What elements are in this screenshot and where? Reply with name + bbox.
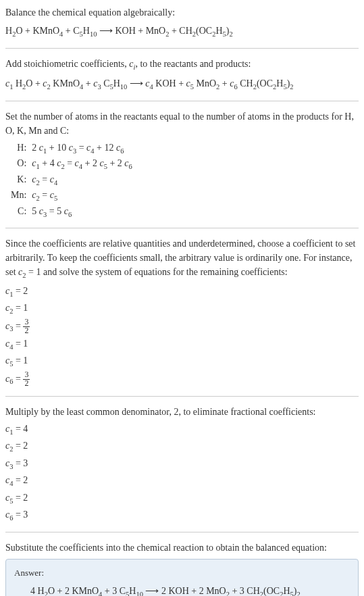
coef-line: c6 = 3 [5, 507, 359, 524]
divider [5, 48, 359, 49]
answer-label: Answer: [14, 566, 350, 580]
divider [5, 101, 359, 101]
coef-line: c1 = 4 [5, 422, 359, 438]
step5-coef-list: c1 = 4 c2 = 2 c3 = 3 c4 = 2 c5 = 2 c6 = … [5, 422, 359, 524]
step1-equation: H2O + KMnO4 + C5H10 ⟶ KOH + MnO2 + CH2(O… [5, 24, 359, 40]
coef-line: c6 = 32 [5, 371, 359, 388]
step2-text: Add stoichiometric coefficients, ci, to … [5, 57, 359, 73]
step5-section: Multiply by the least common denominator… [5, 405, 359, 524]
step4-text: Since the coefficients are relative quan… [5, 237, 359, 281]
row-value: c1 + 4 c2 = c4 + 2 c5 + 2 c6 [32, 156, 132, 172]
step6-text: Substitute the coefficients into the che… [5, 541, 359, 555]
row-label: Mn: [11, 188, 32, 204]
step5-text: Multiply by the least common denominator… [5, 405, 359, 419]
divider [5, 228, 359, 228]
row-value: 2 c1 + 10 c3 = c4 + 12 c6 [32, 141, 132, 157]
answer-box: Answer: 4 H2O + 2 KMnO4 + 3 C5H10 ⟶ 2 KO… [5, 559, 359, 596]
coef-line: c4 = 1 [5, 337, 359, 353]
row-value: c2 = c5 [32, 188, 132, 204]
divider [5, 396, 359, 397]
row-label: K: [11, 172, 32, 189]
coef-line: c3 = 3 [5, 456, 359, 472]
row-value: 5 c3 = 5 c6 [32, 204, 132, 220]
step6-section: Substitute the coefficients into the che… [5, 541, 359, 596]
coef-line: c2 = 1 [5, 301, 359, 317]
step3-section: Set the number of atoms in the reactants… [5, 109, 359, 220]
table-row: H: 2 c1 + 10 c3 = c4 + 12 c6 [11, 141, 132, 157]
step1-text: Balance the chemical equation algebraica… [5, 5, 359, 20]
step4-section: Since the coefficients are relative quan… [5, 237, 359, 387]
divider [5, 532, 359, 532]
table-row: O: c1 + 4 c2 = c4 + 2 c5 + 2 c6 [11, 156, 132, 172]
atom-balance-table: H: 2 c1 + 10 c3 = c4 + 12 c6 O: c1 + 4 c… [11, 141, 132, 220]
row-label: H: [11, 141, 32, 157]
step1-section: Balance the chemical equation algebraica… [5, 5, 359, 40]
coef-line: c5 = 2 [5, 491, 359, 507]
coef-line: c1 = 2 [5, 284, 359, 300]
step2-equation: c1 H2O + c2 KMnO4 + c3 C5H10 ⟶ c4 KOH + … [5, 76, 359, 93]
coef-line: c2 = 2 [5, 439, 359, 455]
row-value: c2 = c4 [32, 172, 132, 189]
answer-equation: 4 H2O + 2 KMnO4 + 3 C5H10 ⟶ 2 KOH + 2 Mn… [14, 584, 350, 596]
row-label: C: [11, 204, 32, 220]
table-row: Mn: c2 = c5 [11, 188, 132, 204]
coef-line: c4 = 2 [5, 473, 359, 489]
coef-line: c3 = 32 [5, 318, 359, 335]
step2-section: Add stoichiometric coefficients, ci, to … [5, 57, 359, 93]
step3-text: Set the number of atoms in the reactants… [5, 109, 359, 138]
table-row: C: 5 c3 = 5 c6 [11, 204, 132, 220]
coef-line: c5 = 1 [5, 353, 359, 370]
table-row: K: c2 = c4 [11, 172, 132, 189]
step4-coef-list: c1 = 2 c2 = 1 c3 = 32 c4 = 1 c5 = 1 c6 =… [5, 284, 359, 388]
row-label: O: [11, 156, 32, 172]
